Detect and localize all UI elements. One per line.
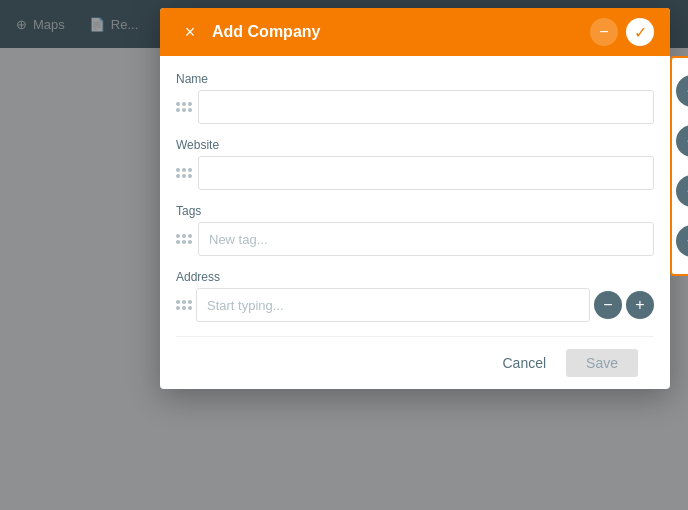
modal-close-button[interactable]: ×: [176, 18, 204, 46]
modal-header-actions: − ✓: [590, 18, 654, 46]
address-add-button[interactable]: +: [626, 291, 654, 319]
minimize-icon: −: [599, 23, 608, 41]
address-drag-handle[interactable]: [176, 300, 192, 310]
tags-field-group: Tags: [176, 204, 654, 256]
tags-input[interactable]: [198, 222, 654, 256]
side-remove-button-2[interactable]: −: [676, 125, 688, 157]
drag-grid-icon-2: [176, 168, 192, 178]
cancel-button[interactable]: Cancel: [490, 349, 558, 377]
address-minus-icon: −: [603, 296, 612, 314]
address-label: Address: [176, 270, 654, 284]
modal-minimize-button[interactable]: −: [590, 18, 618, 46]
side-remove-button-3[interactable]: −: [676, 175, 688, 207]
side-add-button[interactable]: +: [676, 225, 688, 257]
modal-footer: Cancel Save: [176, 336, 654, 389]
website-label: Website: [176, 138, 654, 152]
modal-header: × Add Company − ✓: [160, 8, 670, 56]
side-remove-button-1[interactable]: −: [676, 75, 688, 107]
name-input[interactable]: [198, 90, 654, 124]
address-input[interactable]: [196, 288, 590, 322]
name-row: [176, 90, 654, 124]
website-field-group: Website: [176, 138, 654, 190]
name-field-group: Name: [176, 72, 654, 124]
drag-grid-icon: [176, 102, 192, 112]
address-row: − +: [176, 288, 654, 322]
add-company-modal: × Add Company − ✓ − − − +: [160, 8, 670, 389]
website-drag-handle[interactable]: [176, 168, 192, 178]
confirm-icon: ✓: [634, 23, 647, 42]
drag-grid-icon-4: [176, 300, 192, 310]
tags-label: Tags: [176, 204, 654, 218]
modal-body: − − − + Name: [160, 56, 670, 389]
save-button[interactable]: Save: [566, 349, 638, 377]
modal-title: Add Company: [212, 23, 590, 41]
website-input[interactable]: [198, 156, 654, 190]
tags-row: [176, 222, 654, 256]
name-drag-handle[interactable]: [176, 102, 192, 112]
website-row: [176, 156, 654, 190]
side-action-bar: − − − +: [670, 56, 688, 276]
address-remove-button[interactable]: −: [594, 291, 622, 319]
name-label: Name: [176, 72, 654, 86]
modal-confirm-button[interactable]: ✓: [626, 18, 654, 46]
address-plus-icon: +: [635, 296, 644, 314]
address-field-group: Address − +: [176, 270, 654, 322]
close-icon: ×: [185, 22, 196, 43]
drag-grid-icon-3: [176, 234, 192, 244]
tags-drag-handle[interactable]: [176, 234, 192, 244]
